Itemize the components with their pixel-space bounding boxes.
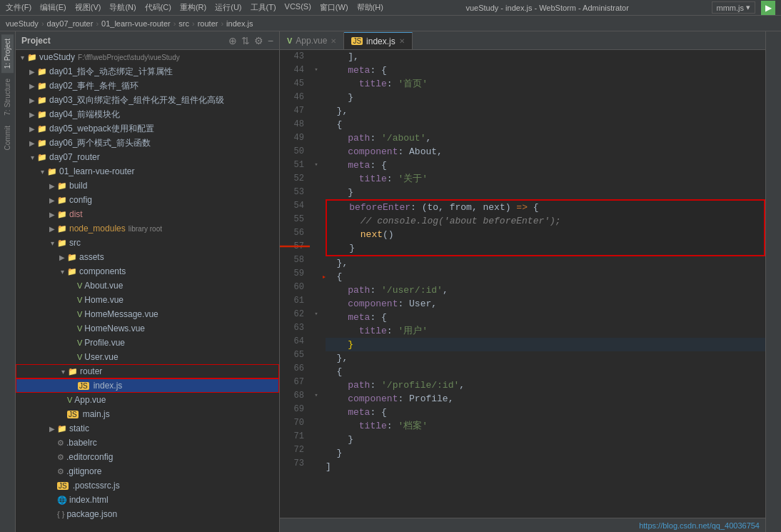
tree-arrow: ▶ xyxy=(27,82,37,90)
menu-file[interactable]: 文件(F) xyxy=(6,2,31,13)
menu-tools[interactable]: 工具(T) xyxy=(251,2,276,13)
menu-window[interactable]: 窗口(W) xyxy=(320,2,348,13)
line-num: 58 xyxy=(280,254,304,267)
tree-label: index.html xyxy=(69,495,109,505)
project-add-icon[interactable]: ⊕ xyxy=(228,35,237,46)
line-num: 53 xyxy=(280,186,304,199)
tree-item-index-html[interactable]: 🌐 index.html xyxy=(16,493,279,507)
project-sync-icon[interactable]: ⇅ xyxy=(241,35,250,46)
gutter-fold[interactable]: ▾ xyxy=(310,64,323,77)
gutter-cell xyxy=(310,416,323,430)
status-url[interactable]: https://blog.csdn.net/qq_40036754 xyxy=(639,521,760,530)
gutter-fold[interactable]: ▾ xyxy=(310,159,323,172)
menu-help[interactable]: 帮助(H) xyxy=(357,2,383,13)
run-config-dropdown[interactable]: mmm.js ▾ xyxy=(712,1,756,14)
line-num: 56 xyxy=(280,226,304,240)
tab-close-icon[interactable]: ✕ xyxy=(399,37,405,45)
tree-arrow-vuestudy: ▾ xyxy=(17,54,27,61)
line-num: 67 xyxy=(280,376,304,389)
menu-vcs[interactable]: VCS(S) xyxy=(285,2,311,13)
tree-label: config xyxy=(69,195,92,205)
tree-item-vuestudy[interactable]: ▾ 📁 vueStudy F:\ffl\webProject\study\vue… xyxy=(16,50,279,64)
tree-item-gitignore[interactable]: ⚙ .gitignore xyxy=(16,464,279,478)
tree-item-static[interactable]: ▶ 📁 static xyxy=(16,421,279,436)
gutter-fold[interactable]: ▾ xyxy=(310,389,323,403)
tree-item-app-vue[interactable]: V App.vue xyxy=(16,393,279,407)
tree-item-user-vue[interactable]: V User.vue xyxy=(16,350,279,364)
project-collapse-icon[interactable]: − xyxy=(268,35,273,46)
gutter-cell xyxy=(310,226,323,240)
code-line-48: { xyxy=(326,118,765,131)
tree-item-package-json[interactable]: { } package.json xyxy=(16,507,279,521)
menu-run[interactable]: 运行(U) xyxy=(215,2,241,13)
tree-item-day03[interactable]: ▶ 📁 day03_双向绑定指令_组件化开发_组件化高级 xyxy=(16,93,279,107)
tree-item-day02[interactable]: ▶ 📁 day02_事件_条件_循环 xyxy=(16,79,279,93)
tree-item-router[interactable]: ▾ 📁 router xyxy=(16,364,279,378)
breadcrumb-item-3[interactable]: src xyxy=(178,19,189,28)
gutter-cell xyxy=(310,376,323,389)
sidebar-item-structure[interactable]: 7: Structure xyxy=(1,74,14,120)
tree-item-day07[interactable]: ▾ 📁 day07_router xyxy=(16,150,279,164)
line-numbers: 43 44 45 46 47 48 49 50 51 52 53 54 55 5… xyxy=(280,50,310,518)
tree-item-about-vue[interactable]: V About.vue xyxy=(16,278,279,293)
menu-refactor[interactable]: 重构(R) xyxy=(180,2,206,13)
window-title: vueStudy - index.js - WebStorm - Adminis… xyxy=(465,4,628,12)
tree-item-index-js[interactable]: JS index.js xyxy=(16,378,279,393)
tree-item-homemessage-vue[interactable]: V HomeMessage.vue xyxy=(16,307,279,321)
tree-arrow: ▾ xyxy=(47,239,57,247)
breadcrumb-item-5[interactable]: index.js xyxy=(226,19,253,28)
tab-close-icon[interactable]: ✕ xyxy=(331,37,336,45)
menu-view[interactable]: 视图(V) xyxy=(75,2,101,13)
folder-icon: 📁 xyxy=(68,367,78,376)
tab-index-js[interactable]: JS index.js ✕ xyxy=(344,32,412,49)
tree-item-main-js[interactable]: JS main.js xyxy=(16,407,279,421)
tree-item-dist[interactable]: ▶ 📁 dist xyxy=(16,207,279,221)
tree-item-day01[interactable]: ▶ 📁 day01_指令_动态绑定_计算属性 xyxy=(16,64,279,79)
tree-item-node-modules[interactable]: ▶ 📁 node_modules library root xyxy=(16,221,279,236)
menu-code[interactable]: 代码(C) xyxy=(145,2,171,13)
breadcrumb-item-2[interactable]: 01_learn-vue-router xyxy=(101,19,171,28)
tree-item-day04[interactable]: ▶ 📁 day04_前端模块化 xyxy=(16,107,279,121)
tab-app-vue[interactable]: V App.vue ✕ xyxy=(280,32,344,49)
tree-item-homenews-vue[interactable]: V HomeNews.vue xyxy=(16,321,279,336)
tree-arrow: ▶ xyxy=(27,68,37,76)
breadcrumb-item-0[interactable]: vueStudy xyxy=(6,19,39,28)
tree-item-learn-vue-router[interactable]: ▾ 📁 01_learn-vue-router xyxy=(16,164,279,179)
tree-item-postcssrc[interactable]: JS .postcssrc.js xyxy=(16,478,279,493)
sidebar-item-commit[interactable]: Commit xyxy=(1,121,14,154)
tree-item-assets[interactable]: ▶ 📁 assets xyxy=(16,250,279,264)
main-layout: 1: Project 7: Structure Commit Project ⊕… xyxy=(0,31,781,532)
run-button[interactable]: ▶ xyxy=(761,1,775,15)
menu-navigate[interactable]: 导航(N) xyxy=(109,2,136,13)
menu-edit[interactable]: 编辑(E) xyxy=(40,2,66,13)
tree-item-day06[interactable]: ▶ 📁 day06_两个模式_箭头函数 xyxy=(16,136,279,150)
tree-item-components[interactable]: ▾ 📁 components xyxy=(16,264,279,278)
chevron-down-icon: ▾ xyxy=(746,3,750,12)
run-config-label: mmm.js xyxy=(717,4,745,12)
config-file-icon: ⚙ xyxy=(57,467,64,476)
folder-icon: 📁 xyxy=(37,81,47,91)
tree-item-build[interactable]: ▶ 📁 build xyxy=(16,179,279,193)
gutter-fold[interactable]: ▾ xyxy=(310,308,323,321)
line-num: 71 xyxy=(280,430,304,443)
tree-item-day05[interactable]: ▶ 📁 day05_webpack使用和配置 xyxy=(16,121,279,136)
line-num: 64 xyxy=(280,335,304,348)
tree-item-babelrc[interactable]: ⚙ .babelrc xyxy=(16,436,279,450)
js-file-icon: JS xyxy=(67,411,79,418)
tree-item-home-vue[interactable]: V Home.vue xyxy=(16,293,279,307)
tree-item-src[interactable]: ▾ 📁 src xyxy=(16,236,279,250)
tree-item-editorconfig[interactable]: ⚙ .editorconfig xyxy=(16,450,279,464)
sidebar-item-project[interactable]: 1: Project xyxy=(1,34,14,73)
code-content[interactable]: ], meta: { title: '首页' } }, xyxy=(323,50,765,518)
breadcrumb-item-1[interactable]: day07_router xyxy=(47,19,94,28)
tree-arrow: ▾ xyxy=(37,168,47,176)
project-settings-icon[interactable]: ⚙ xyxy=(254,35,263,46)
code-line-69: meta: { xyxy=(326,406,765,419)
breadcrumb-item-4[interactable]: router xyxy=(198,19,218,28)
vue-file-icon: V xyxy=(77,296,82,304)
tree-item-profile-vue[interactable]: V Profile.vue xyxy=(16,336,279,350)
tree-label: 01_learn-vue-router xyxy=(59,166,134,176)
tree-item-config[interactable]: ▶ 📁 config xyxy=(16,193,279,207)
folder-icon: 📁 xyxy=(57,239,67,248)
folder-icon: 📁 xyxy=(37,153,47,162)
